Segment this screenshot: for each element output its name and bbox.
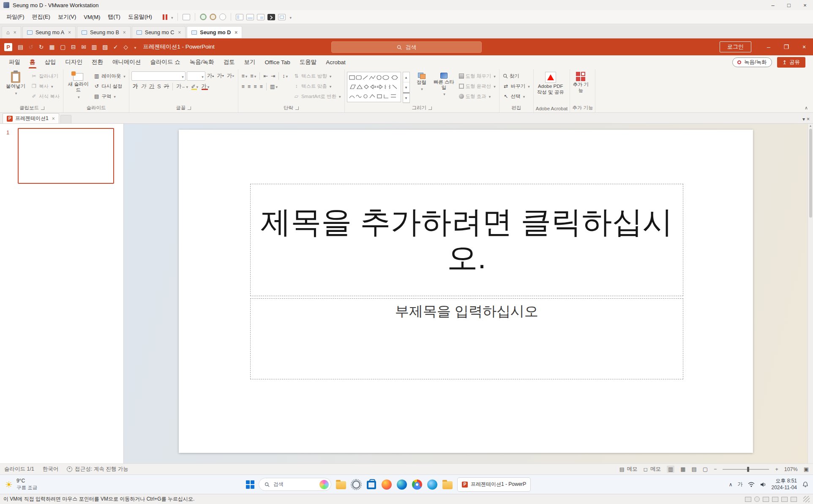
office-tab-close-icon[interactable]: × bbox=[807, 116, 810, 122]
reading-view-button[interactable]: ▤ bbox=[692, 466, 697, 472]
taskbar-weather-widget[interactable]: ☀ 9°C 구름 조금 bbox=[5, 478, 37, 491]
character-spacing-button[interactable]: 가↔ bbox=[175, 82, 189, 91]
ppt-minimize-button[interactable]: – bbox=[760, 38, 778, 55]
vm-fullscreen-dropdown[interactable] bbox=[289, 14, 292, 20]
chrome-icon[interactable] bbox=[412, 479, 423, 490]
file-explorer-icon[interactable] bbox=[336, 479, 346, 490]
vm-tab-seung-mo-a[interactable]: Seung mo A × bbox=[22, 26, 76, 38]
shapes-scroll-up-icon[interactable]: ▴ bbox=[403, 72, 409, 82]
network-adapter-icon[interactable] bbox=[763, 497, 769, 502]
resize-grip-icon[interactable] bbox=[803, 496, 810, 502]
notification-bell-icon[interactable] bbox=[802, 482, 809, 488]
bullets-button[interactable]: ≡ bbox=[240, 71, 249, 81]
share-button[interactable]: ↥ 공유 bbox=[777, 57, 805, 68]
clock[interactable]: 오후 8:51 2024-11-04 bbox=[772, 478, 797, 491]
vm-tab-seung-mo-b[interactable]: Seung mo B × bbox=[77, 26, 131, 38]
open-file-icon[interactable]: ⊟ bbox=[71, 44, 76, 50]
collapse-ribbon-icon[interactable]: ∧ bbox=[805, 105, 808, 111]
more-commands-icon[interactable] bbox=[134, 44, 136, 50]
format-painter-button[interactable]: ✐서식 복사 bbox=[30, 92, 61, 101]
normal-view-button[interactable]: ▥ bbox=[667, 466, 674, 473]
shape-effects-button[interactable]: 도형 효과 bbox=[458, 92, 497, 101]
vmware-menu-tabs[interactable]: 탭(T) bbox=[104, 11, 124, 23]
vm-send-ctrl-alt-del-icon[interactable] bbox=[183, 14, 190, 20]
taskbar-search-box[interactable]: 검색 bbox=[259, 478, 331, 491]
slide-canvas[interactable]: 제목을 추가하려면 클릭하십시오. 부제목을 입력하십시오 bbox=[179, 130, 753, 453]
font-dialog-launcher-icon[interactable] bbox=[188, 106, 191, 110]
tab-office-tab[interactable]: Office Tab bbox=[260, 57, 295, 68]
shape-outline-button[interactable]: 도형 윤곽선 bbox=[458, 82, 497, 91]
close-tab-icon[interactable]: × bbox=[123, 30, 126, 35]
fit-slide-button[interactable]: ▣ bbox=[804, 466, 809, 472]
tab-insert[interactable]: 삽입 bbox=[40, 56, 61, 68]
tab-slideshow[interactable]: 슬라이드 쇼 bbox=[146, 56, 185, 68]
arrange-button[interactable]: 정렬 bbox=[411, 71, 432, 92]
layout-button[interactable]: ▥레이아웃 bbox=[92, 71, 127, 81]
subtitle-placeholder[interactable]: 부제목을 입력하십시오 bbox=[250, 298, 683, 379]
close-tab-icon[interactable]: × bbox=[178, 30, 181, 35]
vmware-menu-help[interactable]: 도움말(H) bbox=[124, 11, 156, 23]
align-right-button[interactable]: ≡ bbox=[252, 82, 258, 91]
vm-fullscreen-icon[interactable] bbox=[278, 14, 286, 20]
firefox-icon[interactable] bbox=[381, 479, 392, 490]
numbering-button[interactable]: ≡ bbox=[249, 71, 257, 81]
quick-styles-button[interactable]: 빠른 스타일 bbox=[434, 71, 455, 97]
close-tab-icon[interactable]: × bbox=[14, 30, 16, 35]
vm-tab-home[interactable]: ⌂ × bbox=[2, 26, 21, 38]
vmware-menu-file[interactable]: 파일(F) bbox=[3, 11, 28, 23]
columns-button[interactable]: ▥ bbox=[269, 82, 279, 91]
microsoft-store-icon[interactable] bbox=[366, 479, 377, 490]
vm-console-view-toggle[interactable] bbox=[257, 14, 265, 20]
vm-suspend-dropdown[interactable] bbox=[170, 14, 173, 20]
shapes-gallery[interactable] bbox=[347, 72, 401, 102]
align-text-button[interactable]: ↕텍스트 맞춤 bbox=[292, 82, 342, 91]
new-document-icon[interactable]: ▢ bbox=[60, 44, 65, 50]
align-center-button[interactable]: ≡ bbox=[246, 82, 252, 91]
search-box[interactable]: 검색 bbox=[331, 41, 482, 53]
vm-snapshot-manager-icon[interactable] bbox=[219, 14, 226, 20]
shapes-icon[interactable]: ◇ bbox=[123, 44, 128, 50]
replace-button[interactable]: ⇄바꾸기 bbox=[502, 82, 531, 91]
slide-sorter-view-button[interactable]: ▦ bbox=[680, 466, 685, 472]
font-name-combo[interactable] bbox=[131, 71, 186, 81]
text-shadow-button[interactable]: S bbox=[156, 82, 162, 91]
font-size-combo[interactable] bbox=[187, 71, 205, 81]
text-highlight-button[interactable]: ✐ bbox=[190, 82, 199, 91]
drawing-dialog-launcher-icon[interactable] bbox=[428, 106, 432, 110]
vmware-menu-edit[interactable]: 편집(E) bbox=[28, 11, 54, 23]
accessibility-status[interactable]: 접근성: 계속 진행 가능 bbox=[67, 466, 128, 473]
edge-icon[interactable] bbox=[396, 479, 407, 490]
scroll-up-icon[interactable]: ▴ bbox=[810, 124, 811, 128]
undo-icon[interactable]: ↺ bbox=[29, 44, 33, 50]
clear-formatting-button[interactable]: 가× bbox=[226, 71, 236, 81]
whale-browser-icon[interactable] bbox=[427, 479, 438, 490]
shapes-scroll-down-icon[interactable]: ▾ bbox=[403, 82, 409, 93]
document-tab[interactable]: P 프레젠테이션1 × bbox=[3, 113, 59, 123]
powerpoint-taskbar-button[interactable]: P 프레젠테이션1 - PowerP bbox=[457, 477, 531, 492]
slide-thumbnail-panel[interactable]: 1 bbox=[0, 124, 124, 463]
vm-revert-snapshot-icon[interactable] bbox=[210, 14, 216, 20]
decrease-indent-button[interactable]: ⇤ bbox=[262, 71, 269, 81]
close-tab-icon[interactable]: × bbox=[68, 30, 71, 35]
vm-show-thumbnail-bar-toggle[interactable] bbox=[246, 14, 254, 20]
grid-icon[interactable]: ▦ bbox=[49, 44, 55, 50]
spelling-icon[interactable]: ✓ bbox=[113, 44, 118, 50]
tab-file[interactable]: 파일 bbox=[4, 56, 25, 68]
tab-help[interactable]: 도움말 bbox=[295, 56, 322, 68]
select-button[interactable]: ↖선택 bbox=[502, 92, 531, 101]
vmware-close-button[interactable]: × bbox=[797, 0, 813, 10]
usb-icon[interactable] bbox=[772, 497, 778, 502]
zoom-level[interactable]: 107% bbox=[784, 466, 798, 472]
printer-icon[interactable] bbox=[791, 497, 797, 502]
print-preview-icon[interactable]: ▧ bbox=[102, 44, 108, 50]
files-folder-icon[interactable] bbox=[442, 479, 453, 490]
record-button[interactable]: 녹음/녹화 bbox=[732, 57, 772, 67]
decrease-font-size-button[interactable]: 가▾ bbox=[216, 71, 225, 81]
slide-thumbnail[interactable] bbox=[18, 128, 114, 184]
text-direction-button[interactable]: ⇅텍스트 방향 bbox=[292, 71, 342, 81]
line-spacing-button[interactable]: ↕ bbox=[281, 71, 289, 81]
shape-fill-button[interactable]: 도형 채우기 bbox=[458, 71, 497, 81]
justify-button[interactable]: ≡ bbox=[258, 82, 264, 91]
font-color-button[interactable]: 가 bbox=[200, 82, 210, 91]
ppt-close-button[interactable]: × bbox=[795, 38, 813, 55]
